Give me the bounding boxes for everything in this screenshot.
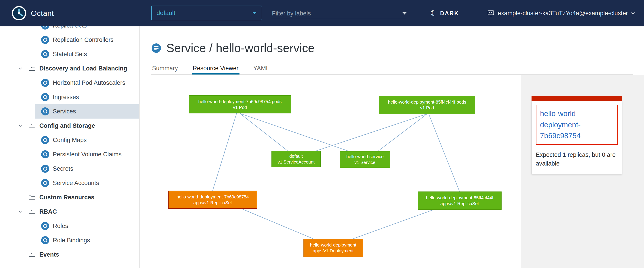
namespace-value: default xyxy=(156,10,175,16)
resource-status-card: hello-world-deployment-7b69c98754 Expect… xyxy=(532,96,622,174)
sidebar-item-stateful-sets[interactable]: Stateful Sets xyxy=(0,47,139,61)
sidebar-item-roles[interactable]: Roles xyxy=(0,219,139,233)
chevron-down-icon[interactable] xyxy=(16,124,24,128)
sidebar-item-horizontal-pod-autoscalers[interactable]: Horizontal Pod Autoscalers xyxy=(0,76,139,90)
services-icon xyxy=(41,108,49,116)
sidebar-section-events[interactable]: Events xyxy=(0,248,139,262)
service-icon xyxy=(151,43,162,53)
caret-down-icon xyxy=(252,12,257,14)
folder-icon xyxy=(28,194,35,200)
sidebar-item-role-bindings[interactable]: Role Bindings xyxy=(0,233,139,248)
moon-icon: ☾ xyxy=(430,9,438,17)
graph-node-replicaset-85ff4cf44f[interactable]: hello-world-deployment-85ff4cf44f apps/v… xyxy=(418,192,502,210)
octant-logo xyxy=(12,6,26,20)
status-message: Expected 1 replicas, but 0 are available xyxy=(536,150,618,168)
graph-node-hello-world-service[interactable]: hello-world-service v1 Service xyxy=(340,151,390,168)
tab-resource-viewer[interactable]: Resource Viewer xyxy=(192,63,240,74)
octant-app: Octant default ☾ DARK example-cluster-ka xyxy=(0,0,644,268)
cluster-icon xyxy=(487,10,495,17)
sidebar-item-secrets[interactable]: Secrets xyxy=(0,162,139,176)
card-status-bar xyxy=(532,96,622,101)
replica-sets-icon xyxy=(41,26,49,30)
sidebar-item-ingresses[interactable]: Ingresses xyxy=(0,90,139,104)
folder-icon xyxy=(28,123,35,129)
horizontal-pod-autoscalers-icon xyxy=(41,79,49,87)
graph-node-deployment[interactable]: hello-world-deployment apps/v1 Deploymen… xyxy=(304,239,363,257)
page-title: Service / hello-world-service xyxy=(151,41,314,55)
chevron-down-icon[interactable] xyxy=(402,12,406,14)
sidebar-item-persistent-volume-claims[interactable]: Persistent Volume Claims xyxy=(0,147,139,162)
filter-input[interactable] xyxy=(272,10,400,17)
roles-icon xyxy=(41,222,49,230)
replication-controllers-icon xyxy=(41,36,49,44)
resource-link[interactable]: hello-world-deployment-7b69c98754 xyxy=(540,110,581,140)
tab-summary[interactable]: Summary xyxy=(151,63,179,74)
app-header: Octant default ☾ DARK example-cluster-ka xyxy=(0,0,644,26)
sidebar-section-config-and-storage[interactable]: Config and Storage xyxy=(0,118,139,133)
chevron-down-icon xyxy=(631,12,635,14)
ingresses-icon xyxy=(41,93,49,101)
tab-yaml[interactable]: YAML xyxy=(252,63,270,74)
sidebar-item-replication-controllers[interactable]: Replication Controllers xyxy=(0,33,139,47)
graph-node-pods-7b69c98754[interactable]: hello-world-deployment-7b69c98754 pods v… xyxy=(189,95,291,114)
theme-toggle[interactable]: ☾ DARK xyxy=(430,0,459,26)
sidebar-section-discovery-load-balancing[interactable]: Discovery and Load Balancing xyxy=(0,61,139,76)
content-divider xyxy=(151,74,633,75)
persistent-volume-claims-icon xyxy=(41,150,49,158)
service-accounts-icon xyxy=(41,179,49,187)
tab-bar: Summary Resource Viewer YAML xyxy=(151,63,270,74)
sidebar-section-rbac[interactable]: RBAC xyxy=(0,204,139,219)
theme-label: DARK xyxy=(440,10,459,16)
graph-node-default-serviceaccount[interactable]: default v1 ServiceAccount xyxy=(272,151,321,167)
label-filter xyxy=(272,8,406,19)
app-title: Octant xyxy=(31,0,54,26)
graph-node-replicaset-7b69c98754[interactable]: hello-world-deployment-7b69c98754 apps/v… xyxy=(168,190,258,209)
context-selector[interactable]: example-cluster-ka3TuTzYo4a@example-clus… xyxy=(487,0,635,26)
sidebar-item-config-maps[interactable]: Config Maps xyxy=(0,133,139,147)
sidebar-nav: Replica Sets Replication Controllers Sta… xyxy=(0,26,140,268)
alert-box: hello-world-deployment-7b69c98754 xyxy=(536,105,618,145)
graph-node-pods-85ff4cf44f[interactable]: hello-world-deployment-85ff4cf44f pods v… xyxy=(379,96,475,114)
chevron-down-icon[interactable] xyxy=(16,210,24,214)
sidebar-section-custom-resources[interactable]: Custom Resources xyxy=(0,190,139,204)
sidebar-item-replica-sets[interactable]: Replica Sets xyxy=(0,26,139,33)
config-maps-icon xyxy=(41,136,49,144)
folder-icon xyxy=(28,209,35,214)
role-bindings-icon xyxy=(41,236,49,244)
folder-icon xyxy=(28,252,35,258)
sidebar-item-services[interactable]: Services xyxy=(35,104,139,118)
sidebar-item-service-accounts[interactable]: Service Accounts xyxy=(0,176,139,190)
chevron-down-icon[interactable] xyxy=(16,66,24,71)
context-label: example-cluster-ka3TuTzYo4a@example-clus… xyxy=(498,10,628,17)
detail-panel: hello-world-deployment-7b69c98754 Expect… xyxy=(521,75,644,268)
secrets-icon xyxy=(41,165,49,173)
namespace-select[interactable]: default xyxy=(151,6,262,20)
stateful-sets-icon xyxy=(41,50,49,58)
folder-icon xyxy=(28,66,35,71)
